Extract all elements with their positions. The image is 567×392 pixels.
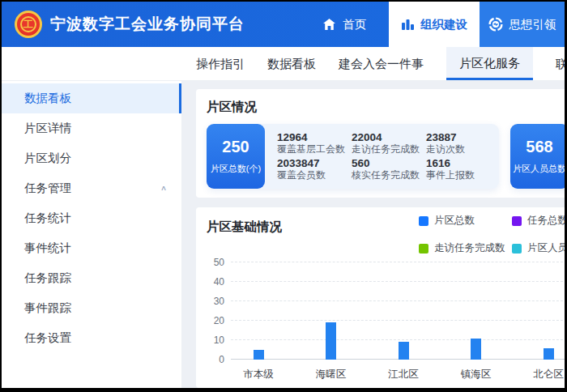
top-nav-label: 组织建设 — [420, 17, 467, 32]
bar — [471, 339, 481, 360]
stat-cell: 23887走访次数 — [426, 130, 499, 156]
bar — [399, 342, 409, 360]
sidebar-item[interactable]: 事件统计 — [2, 233, 181, 263]
chart-gridline — [231, 281, 567, 282]
stat-label: 走访任务完成数 — [352, 143, 424, 156]
x-axis-tick-label: 海曙区 — [316, 368, 347, 381]
sidebar-item-label: 事件统计 — [24, 233, 71, 263]
legend-item[interactable]: 片区人员总数 — [512, 241, 567, 255]
overview-card: 片区情况 250片区总数(个)12964覆盖基层工会数2033847覆盖会员数2… — [196, 89, 567, 198]
chart-card: 片区基础情况 片区总数任务总数走访任务完成数片区人员总数 01020304050… — [196, 207, 567, 388]
stat-label: 覆盖会员数 — [277, 169, 350, 181]
sidebar-item-label: 数据看板 — [24, 83, 71, 113]
legend-item[interactable]: 走访任务完成数 — [419, 241, 512, 255]
subnav-item[interactable]: 操作指引 — [196, 47, 245, 80]
sidebar-item-label: 任务统计 — [24, 203, 71, 233]
main-content: 片区情况 250片区总数(个)12964覆盖基层工会数2033847覆盖会员数2… — [181, 81, 567, 388]
stat-groups: 250片区总数(个)12964覆盖基层工会数2033847覆盖会员数22004走… — [207, 124, 567, 189]
bar-chart-icon — [401, 18, 414, 31]
bar — [544, 348, 554, 360]
x-axis-tick-label: 镇海区 — [461, 368, 492, 381]
stat-cell: 1616事件上报数 — [426, 156, 499, 182]
sidebar-item-label: 事件跟踪 — [24, 293, 71, 323]
stat-highlight-label: 片区总数(个) — [211, 163, 261, 175]
top-nav: 首页 组织建设 思想引领 — [300, 2, 565, 47]
bar-chart-plot: 01020304050市本级海曙区江北区镇海区北仑区 — [231, 262, 567, 360]
x-axis-tick-label: 市本级 — [243, 368, 274, 381]
stat-grid: 12964覆盖基层工会数2033847覆盖会员数22004走访任务完成数560核… — [265, 124, 499, 189]
subnav-item[interactable]: 联 — [556, 47, 567, 80]
union-emblem-logo: 工 — [15, 11, 42, 38]
bar — [254, 350, 264, 360]
top-nav-org-active[interactable]: 组织建设 — [389, 2, 480, 47]
compass-icon — [488, 17, 503, 32]
subnav-item[interactable]: 片区化服务 — [446, 47, 533, 80]
stat-label: 核实任务完成数 — [352, 169, 424, 181]
sidebar-item-label: 片区划分 — [24, 143, 71, 173]
sidebar-item-label: 任务跟踪 — [24, 263, 71, 293]
y-axis-tick-label: 10 — [202, 334, 224, 346]
stat-highlight-value: 568 — [526, 138, 552, 156]
sidebar-item-label: 任务管理 — [24, 173, 71, 203]
legend-item[interactable]: 任务总数 — [512, 214, 567, 228]
stat-cell: 2033847覆盖会员数 — [277, 156, 350, 182]
top-nav-label: 首页 — [343, 17, 366, 32]
sidebar-item[interactable]: 数据看板 — [2, 83, 181, 113]
secondary-nav: 操作指引数据看板建会入会一件事片区化服务联 — [2, 47, 565, 81]
y-axis-tick-label: 40 — [202, 276, 224, 288]
app-title: 宁波数字工会业务协同平台 — [50, 14, 245, 35]
legend-label: 走访任务完成数 — [434, 241, 505, 255]
stat-group: 250片区总数(个)12964覆盖基层工会数2033847覆盖会员数22004走… — [207, 124, 499, 189]
top-nav-mind[interactable]: 思想引领 — [480, 2, 565, 47]
sidebar-item[interactable]: 片区划分 — [2, 143, 181, 173]
stat-highlight-value: 250 — [222, 138, 249, 156]
stat-value: 560 — [352, 157, 424, 169]
legend-item[interactable]: 片区总数 — [419, 214, 512, 228]
stat-value: 1616 — [426, 157, 499, 169]
chart-legend: 片区总数任务总数走访任务完成数片区人员总数 — [419, 214, 567, 255]
stat-label: 覆盖基层工会数 — [277, 143, 350, 156]
chart-gridline — [231, 339, 567, 340]
sidebar-item[interactable]: 片区详情 — [2, 113, 181, 143]
chart-gridline — [231, 262, 567, 262]
stat-label: 走访次数 — [426, 143, 499, 156]
home-icon — [322, 18, 336, 31]
subnav-item[interactable]: 数据看板 — [267, 47, 316, 80]
app-header: 工 宁波数字工会业务协同平台 首页 组织建设 — [2, 2, 565, 47]
chart-title: 片区基础情况 — [207, 219, 282, 236]
top-nav-label: 思想引领 — [509, 17, 556, 32]
stat-value: 23887 — [426, 131, 499, 143]
brand: 工 宁波数字工会业务协同平台 — [2, 11, 245, 38]
legend-label: 任务总数 — [527, 214, 567, 228]
stat-value: 2033847 — [277, 157, 350, 169]
stat-cell: 22004走访任务完成数 — [352, 130, 424, 156]
sidebar-item[interactable]: 任务统计 — [2, 203, 181, 233]
sidebar-item[interactable]: 事件跟踪 — [2, 293, 181, 323]
stat-cell: 560核实任务完成数 — [352, 156, 424, 182]
stat-label: 事件上报数 — [426, 169, 499, 181]
screenshot-frame: 工 宁波数字工会业务协同平台 首页 组织建设 — [0, 0, 567, 392]
sidebar-item[interactable]: 任务设置 — [2, 323, 181, 353]
x-axis-tick-label: 北仑区 — [533, 368, 564, 381]
y-axis-tick-label: 50 — [202, 257, 224, 268]
sidebar-item[interactable]: 任务跟踪 — [2, 263, 181, 293]
sidebar-item[interactable]: 任务管理∧ — [2, 173, 181, 203]
stat-highlight-label: 片区人员总数 — [513, 163, 566, 175]
stat-cell: 12964覆盖基层工会数 — [277, 130, 350, 156]
bar — [326, 322, 336, 360]
stat-value: 12964 — [277, 131, 350, 143]
x-axis-tick-label: 江北区 — [388, 368, 419, 381]
chevron-up-icon[interactable]: ∧ — [160, 177, 167, 201]
y-axis-tick-label: 0 — [202, 354, 224, 365]
top-nav-home[interactable]: 首页 — [300, 2, 389, 47]
legend-swatch — [419, 216, 428, 226]
stat-highlight: 250片区总数(个) — [207, 124, 265, 189]
sidebar: 数据看板片区详情片区划分任务管理∧任务统计事件统计任务跟踪事件跟踪任务设置 — [2, 81, 181, 388]
subnav-item[interactable]: 建会入会一件事 — [339, 47, 424, 80]
stat-group: 568片区人员总数190片区96片区 — [510, 124, 567, 189]
legend-label: 片区总数 — [434, 214, 475, 228]
page-body: 数据看板片区详情片区划分任务管理∧任务统计事件统计任务跟踪事件跟踪任务设置 片区… — [2, 81, 565, 388]
sidebar-item-label: 片区详情 — [24, 113, 71, 143]
legend-swatch — [512, 216, 522, 226]
legend-label: 片区人员总数 — [527, 241, 567, 255]
